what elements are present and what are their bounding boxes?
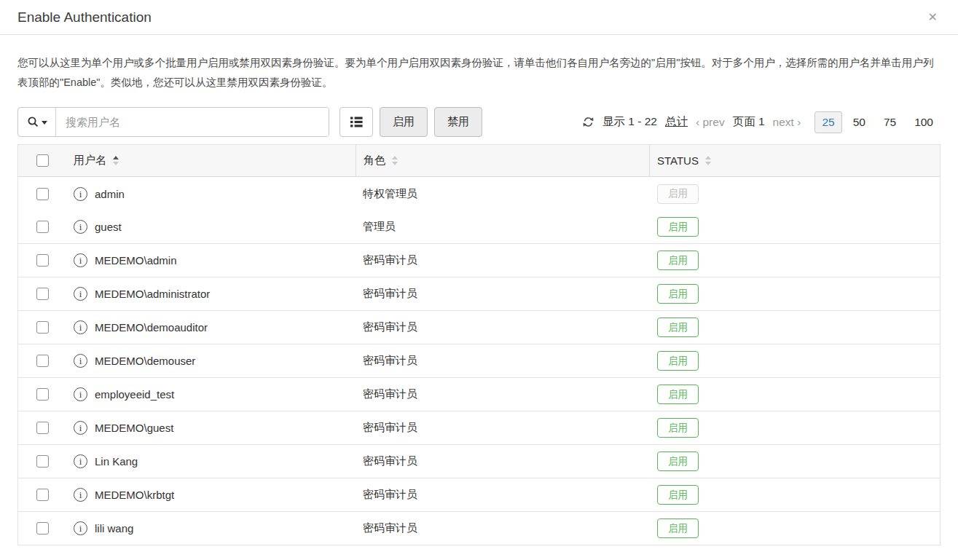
row-checkbox[interactable] bbox=[36, 388, 49, 401]
row-checkbox-cell bbox=[18, 254, 66, 267]
row-checkbox-cell bbox=[18, 388, 66, 401]
status-cell: 启用 bbox=[649, 251, 940, 270]
column-header-role[interactable]: 角色 bbox=[356, 145, 649, 176]
row-checkbox-cell bbox=[18, 188, 66, 200]
disable-button[interactable]: 禁用 bbox=[434, 107, 482, 137]
username: Lin Kang bbox=[95, 455, 138, 468]
enable-user-button[interactable]: 启用 bbox=[657, 451, 699, 471]
enable-user-button[interactable]: 启用 bbox=[657, 284, 699, 304]
refresh-icon[interactable] bbox=[582, 116, 594, 128]
users-table: 用户名 角色 STATUS iadmin特权管理员启用iguest管理员启用iM… bbox=[17, 144, 941, 545]
info-icon[interactable]: i bbox=[74, 320, 87, 334]
search-filter-dropdown[interactable] bbox=[18, 108, 56, 136]
info-icon[interactable]: i bbox=[74, 253, 87, 267]
row-checkbox-cell bbox=[18, 288, 66, 300]
user-role: 密码审计员 bbox=[356, 287, 649, 301]
info-icon[interactable]: i bbox=[74, 354, 87, 368]
user-role: 特权管理员 bbox=[356, 187, 649, 201]
enable-button[interactable]: 启用 bbox=[380, 107, 428, 137]
row-checkbox[interactable] bbox=[36, 422, 49, 434]
chevron-left-icon: ‹ bbox=[696, 116, 699, 128]
page-size-option[interactable]: 100 bbox=[907, 111, 941, 133]
page-size-option[interactable]: 50 bbox=[846, 111, 873, 133]
enable-user-button[interactable]: 启用 bbox=[657, 518, 699, 538]
page-title: Enable Authentication bbox=[17, 9, 152, 25]
row-checkbox[interactable] bbox=[36, 355, 49, 367]
column-header-username[interactable]: 用户名 bbox=[66, 145, 356, 176]
username: MEDEMO\guest bbox=[95, 422, 173, 434]
status-cell: 启用 bbox=[649, 284, 940, 304]
username-cell: iMEDEMO\administrator bbox=[66, 287, 356, 301]
status-cell: 启用 bbox=[649, 184, 940, 204]
header-divider bbox=[0, 34, 958, 35]
enable-user-button[interactable]: 启用 bbox=[657, 318, 699, 337]
table-row: iMEDEMO\demouser密码审计员启用 bbox=[18, 344, 940, 378]
row-checkbox-cell bbox=[18, 489, 66, 501]
table-row: iMEDEMO\guest密码审计员启用 bbox=[18, 411, 940, 445]
chevron-right-icon: › bbox=[797, 116, 801, 128]
status-cell: 启用 bbox=[649, 217, 940, 237]
info-icon[interactable]: i bbox=[74, 454, 87, 468]
prev-button[interactable]: ‹ prev bbox=[696, 116, 725, 129]
username: guest bbox=[95, 221, 122, 233]
username: admin bbox=[95, 188, 125, 200]
username: MEDEMO\admin bbox=[95, 254, 177, 267]
row-checkbox[interactable] bbox=[36, 522, 49, 535]
enable-user-button[interactable]: 启用 bbox=[657, 251, 699, 270]
enable-user-button[interactable]: 启用 bbox=[657, 351, 699, 371]
column-header-status[interactable]: STATUS bbox=[649, 145, 940, 176]
user-role: 密码审计员 bbox=[356, 253, 649, 267]
username-cell: iMEDEMO\admin bbox=[66, 253, 356, 267]
user-role: 密码审计员 bbox=[356, 354, 649, 368]
info-icon[interactable]: i bbox=[74, 220, 87, 234]
username: lili wang bbox=[95, 522, 133, 535]
page-size-option[interactable]: 75 bbox=[876, 111, 903, 133]
row-checkbox[interactable] bbox=[36, 188, 49, 200]
caret-down-icon bbox=[42, 121, 47, 125]
row-checkbox[interactable] bbox=[36, 489, 49, 501]
next-button[interactable]: next › bbox=[773, 116, 801, 129]
status-cell: 启用 bbox=[649, 418, 940, 438]
enable-user-button[interactable]: 启用 bbox=[657, 217, 699, 237]
dialog-header: Enable Authentication ✕ bbox=[17, 0, 941, 34]
enable-authentication-dialog: Enable Authentication ✕ 您可以从这里为单个用户或多个批量… bbox=[0, 0, 958, 545]
row-checkbox[interactable] bbox=[36, 455, 49, 468]
search-icon bbox=[27, 116, 39, 128]
user-role: 管理员 bbox=[356, 220, 649, 234]
info-icon[interactable]: i bbox=[74, 387, 87, 401]
row-checkbox[interactable] bbox=[36, 221, 49, 233]
info-icon[interactable]: i bbox=[74, 488, 87, 502]
enable-user-button[interactable]: 启用 bbox=[657, 485, 699, 505]
row-checkbox-cell bbox=[18, 321, 66, 334]
info-icon[interactable]: i bbox=[74, 287, 87, 301]
row-checkbox-cell bbox=[18, 422, 66, 434]
status-cell: 启用 bbox=[649, 451, 940, 471]
username: employeeid_test bbox=[95, 388, 174, 401]
table-row: iMEDEMO\administrator密码审计员启用 bbox=[18, 277, 940, 311]
column-list-button[interactable] bbox=[339, 107, 373, 137]
table-row: iguest管理员启用 bbox=[18, 210, 940, 244]
info-icon[interactable]: i bbox=[74, 187, 87, 201]
page-size-selector: 255075100 bbox=[814, 111, 941, 133]
page-size-option[interactable]: 25 bbox=[814, 111, 841, 133]
row-checkbox-cell bbox=[18, 355, 66, 367]
username-cell: iMEDEMO\demoauditor bbox=[66, 320, 356, 334]
enable-user-button[interactable]: 启用 bbox=[657, 418, 699, 438]
info-icon[interactable]: i bbox=[74, 521, 87, 535]
info-icon[interactable]: i bbox=[74, 421, 87, 435]
pagination: 显示 1 - 22 总计 ‹ prev 页面 1 next › 25507510… bbox=[582, 111, 941, 133]
search-input[interactable] bbox=[56, 108, 329, 136]
username: MEDEMO\administrator bbox=[95, 288, 210, 300]
total-link[interactable]: 总计 bbox=[665, 114, 688, 130]
close-icon[interactable]: ✕ bbox=[925, 9, 941, 26]
row-checkbox[interactable] bbox=[36, 254, 49, 267]
enable-user-button[interactable]: 启用 bbox=[657, 384, 699, 404]
user-role: 密码审计员 bbox=[356, 521, 649, 535]
sort-icon bbox=[113, 156, 119, 165]
table-row: iemployeeid_test密码审计员启用 bbox=[18, 378, 940, 411]
table-row: iLin Kang密码审计员启用 bbox=[18, 445, 940, 478]
select-all-checkbox[interactable] bbox=[36, 154, 49, 167]
row-checkbox[interactable] bbox=[36, 321, 49, 334]
row-checkbox[interactable] bbox=[36, 288, 49, 300]
toolbar: 启用 禁用 显示 1 - 22 总计 ‹ prev 页面 1 next › bbox=[17, 107, 941, 137]
